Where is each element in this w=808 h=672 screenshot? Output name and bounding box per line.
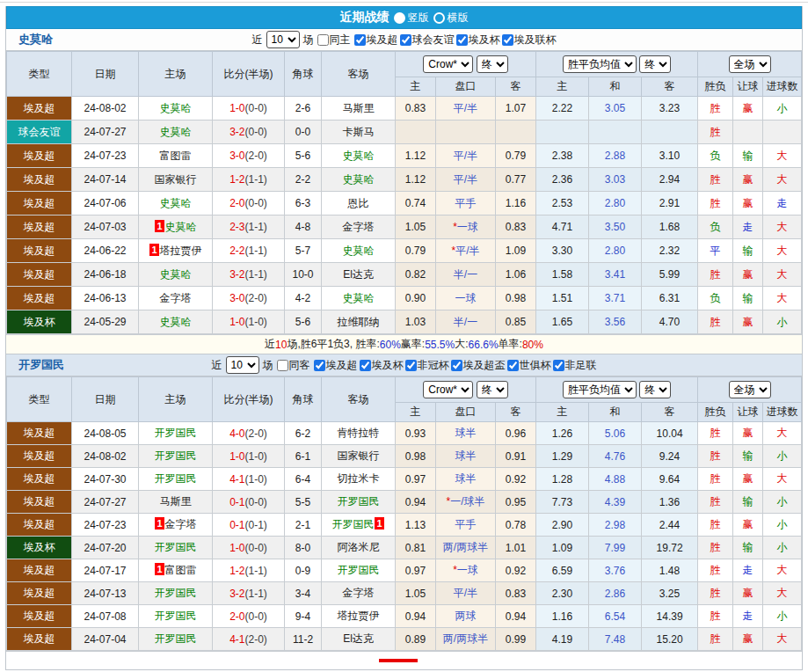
ah-final-select[interactable]: 终 (477, 381, 508, 398)
full-time-score: 4-0 (229, 427, 244, 440)
col-result-handicap: 让球 (733, 403, 763, 422)
odds-source-select[interactable]: Crow* (423, 381, 473, 398)
half-time-score: (1-1) (245, 173, 267, 186)
wdl-avg-select[interactable]: 胜平负均值 (563, 55, 637, 73)
league-checkbox-label[interactable]: 埃及杯 (360, 358, 404, 373)
result-wdl: 负 (698, 287, 733, 310)
col-corner: 角球 (285, 52, 322, 97)
league-checkbox[interactable] (553, 360, 564, 371)
league-checkbox[interactable] (405, 360, 417, 371)
ah-home-odds: 1.05 (396, 582, 436, 605)
same-venue-checkbox-label[interactable]: 同主 (317, 33, 351, 47)
league-checkbox[interactable] (400, 34, 411, 46)
team-name: 金字塔 (160, 292, 192, 304)
team-name: 史莫哈 (343, 245, 375, 257)
odds-source-select[interactable]: Crow* (423, 55, 473, 73)
ah-away-odds: 1.09 (496, 239, 536, 263)
league-checkbox[interactable] (502, 34, 513, 46)
scope-select[interactable]: 全场 (729, 55, 771, 73)
league-checkbox[interactable] (360, 360, 371, 371)
result-handicap: 输 (733, 537, 763, 559)
result-wdl: 胜 (698, 514, 733, 537)
section-header: 史莫哈 近 10 场 同主 埃及超球会友谊埃及杯埃及联杯 (6, 29, 802, 51)
date-cell: 24-07-23 (72, 514, 139, 537)
away-team-cell: 国家银行 (322, 445, 396, 468)
score-cell: 1-0(0-0) (213, 97, 285, 121)
odds-away: 1.36 (642, 491, 698, 514)
full-time-score: 3-2 (229, 268, 244, 281)
league-checkbox-label[interactable]: 非足联 (553, 358, 597, 373)
result-handicap: 赢 (733, 628, 763, 651)
date-cell: 24-07-04 (72, 628, 139, 651)
same-venue-checkbox[interactable] (277, 360, 288, 371)
ah-home-odds: 0.94 (396, 605, 436, 628)
radio-checked-icon[interactable] (394, 12, 405, 24)
corner-cell: 8-0 (285, 537, 322, 559)
wdl-avg-select[interactable]: 胜平负均值 (563, 381, 637, 398)
league-cell: 埃及超 (7, 582, 72, 605)
result-goals: 大 (763, 263, 802, 287)
ah-line: 平/半 (455, 245, 479, 257)
result-handicap: 输 (733, 491, 763, 514)
result-wdl: 胜 (698, 468, 733, 491)
ah-final-select[interactable]: 终 (477, 55, 508, 73)
league-checkbox[interactable] (451, 360, 462, 371)
corner-cell: 2-6 (285, 97, 322, 121)
league-checkbox-label[interactable]: 非冠杯 (405, 358, 449, 373)
league-checkbox-label[interactable]: 世俱杯 (507, 358, 551, 373)
odds-home: 7.73 (536, 491, 589, 514)
radio-unchecked-icon[interactable] (433, 12, 445, 24)
result-goals: 小 (763, 514, 802, 537)
league-checkbox-label[interactable]: 埃及超 (354, 33, 398, 47)
team-name: 史莫哈 (343, 292, 375, 304)
team-rank-badge: 1 (155, 220, 164, 232)
team-name: 开罗国民 (338, 495, 380, 508)
col-away: 客场 (322, 377, 396, 422)
league-checkbox-label[interactable]: 埃及超盃 (451, 358, 506, 373)
ah-line-cell: 一球 (436, 287, 496, 310)
odds-away: 3.23 (642, 97, 698, 121)
same-venue-checkbox[interactable] (317, 34, 329, 46)
match-count-select[interactable]: 10 (266, 31, 300, 48)
league-checkbox[interactable] (354, 34, 366, 46)
league-cell: 埃及杯 (7, 537, 72, 559)
clipped-red-text (379, 659, 418, 662)
wdl-final-select[interactable]: 终 (639, 55, 671, 73)
home-team-cell: 史莫哈 (139, 97, 213, 121)
league-checkbox-label[interactable]: 埃及超 (314, 358, 358, 373)
wdl-final-select[interactable]: 终 (639, 381, 671, 398)
layout-radio-horizontal[interactable]: 横版 (433, 11, 469, 26)
date-cell: 24-07-08 (72, 605, 139, 628)
league-checkbox-label[interactable]: 球会友谊 (400, 33, 455, 47)
match-row: 埃及超24-07-08开罗国民2-0(0-0)9-4塔拉贾伊0.94两球0.94… (7, 605, 802, 628)
odds-home: 1.29 (536, 445, 589, 468)
layout-radio-vertical[interactable]: 竖版 (394, 11, 429, 26)
match-count-select[interactable]: 10 (226, 356, 259, 374)
scope-select[interactable]: 全场 (729, 381, 771, 398)
date-cell: 24-08-02 (72, 445, 139, 468)
team-name: 开罗国民 (155, 449, 197, 462)
odds-draw: 3.03 (589, 168, 642, 192)
odds-draw: 6.54 (589, 605, 642, 628)
ah-home-odds: 0.89 (396, 628, 436, 651)
team-name: 史莫哈 (160, 268, 192, 281)
result-goals: 小 (763, 97, 802, 121)
league-checkbox-label[interactable]: 埃及杯 (456, 33, 500, 47)
score-cell: 4-1(2-0) (213, 628, 285, 651)
league-checkbox[interactable] (314, 360, 325, 371)
away-team-cell: 史莫哈 (322, 168, 396, 192)
league-checkbox[interactable] (456, 34, 468, 46)
league-checkbox-label[interactable]: 埃及联杯 (502, 33, 557, 47)
near-label: 近 (212, 358, 222, 373)
ah-away-odds: 1.06 (496, 263, 536, 287)
same-venue-checkbox-label[interactable]: 同客 (277, 358, 310, 373)
score-cell: 0-1(0-1) (213, 514, 285, 537)
result-handicap: 输 (733, 144, 763, 168)
league-checkbox[interactable] (507, 360, 519, 371)
odds-away: 2.94 (642, 168, 698, 192)
result-handicap: 赢 (733, 263, 763, 287)
full-time-score: 2-0 (229, 610, 244, 623)
ah-line: 两/两球半 (443, 541, 488, 553)
ah-home-odds: 1.05 (396, 215, 436, 239)
col-odds-home: 主 (536, 403, 589, 422)
